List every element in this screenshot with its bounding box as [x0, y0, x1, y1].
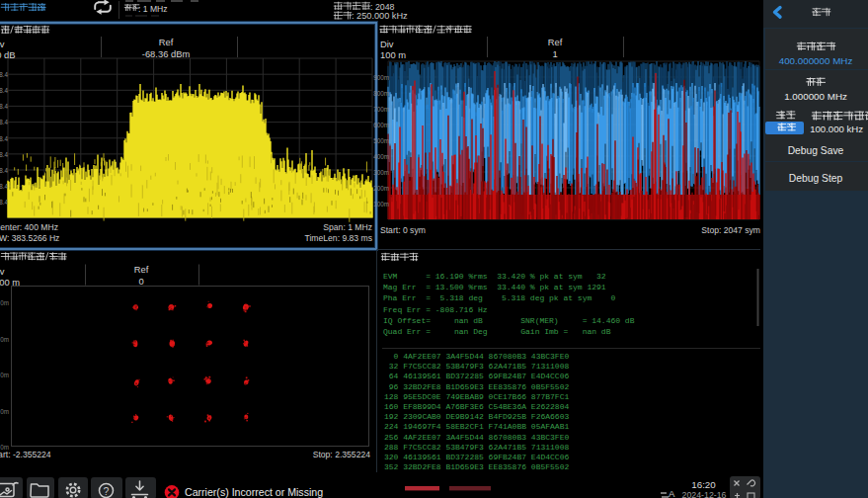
svg-text:A: A [669, 488, 675, 498]
svg-text:?: ? [104, 485, 110, 497]
